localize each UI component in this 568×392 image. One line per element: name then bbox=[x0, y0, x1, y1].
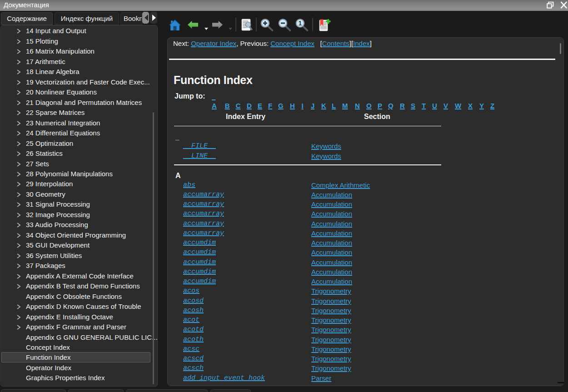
svg-text:1: 1 bbox=[299, 20, 302, 27]
